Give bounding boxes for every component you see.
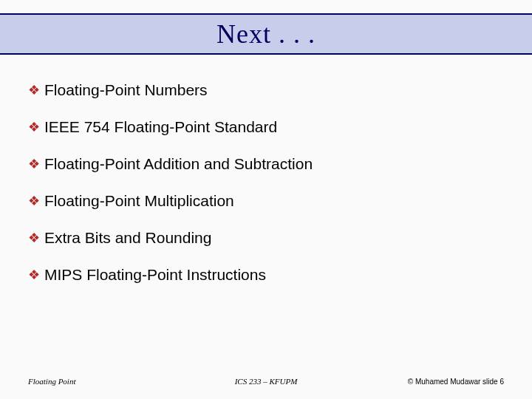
footer-right: © Muhamed Mudawar slide 6 bbox=[408, 378, 504, 386]
bullet-text: IEEE 754 Floating-Point Standard bbox=[44, 118, 277, 136]
list-item: ❖ MIPS Floating-Point Instructions bbox=[28, 266, 504, 284]
bullet-text: Floating-Point Numbers bbox=[44, 81, 208, 99]
list-item: ❖ Floating-Point Multiplication bbox=[28, 192, 504, 210]
diamond-bullet-icon: ❖ bbox=[28, 229, 40, 247]
diamond-bullet-icon: ❖ bbox=[28, 118, 40, 136]
bullet-text: Floating-Point Addition and Subtraction bbox=[44, 155, 313, 173]
diamond-bullet-icon: ❖ bbox=[28, 81, 40, 99]
list-item: ❖ Floating-Point Numbers bbox=[28, 81, 504, 99]
list-item: ❖ IEEE 754 Floating-Point Standard bbox=[28, 118, 504, 136]
bullet-text: MIPS Floating-Point Instructions bbox=[44, 266, 266, 284]
bullet-text: Floating-Point Multiplication bbox=[44, 192, 234, 210]
slide-footer: Floating Point ICS 233 – KFUPM © Muhamed… bbox=[0, 374, 532, 389]
slide-title: Next . . . bbox=[216, 18, 316, 50]
bullet-text: Extra Bits and Rounding bbox=[44, 229, 211, 247]
bullet-list: ❖ Floating-Point Numbers ❖ IEEE 754 Floa… bbox=[28, 81, 504, 303]
list-item: ❖ Floating-Point Addition and Subtractio… bbox=[28, 155, 504, 173]
diamond-bullet-icon: ❖ bbox=[28, 266, 40, 284]
diamond-bullet-icon: ❖ bbox=[28, 155, 40, 173]
title-band: Next . . . bbox=[0, 13, 532, 55]
diamond-bullet-icon: ❖ bbox=[28, 192, 40, 210]
list-item: ❖ Extra Bits and Rounding bbox=[28, 229, 504, 247]
